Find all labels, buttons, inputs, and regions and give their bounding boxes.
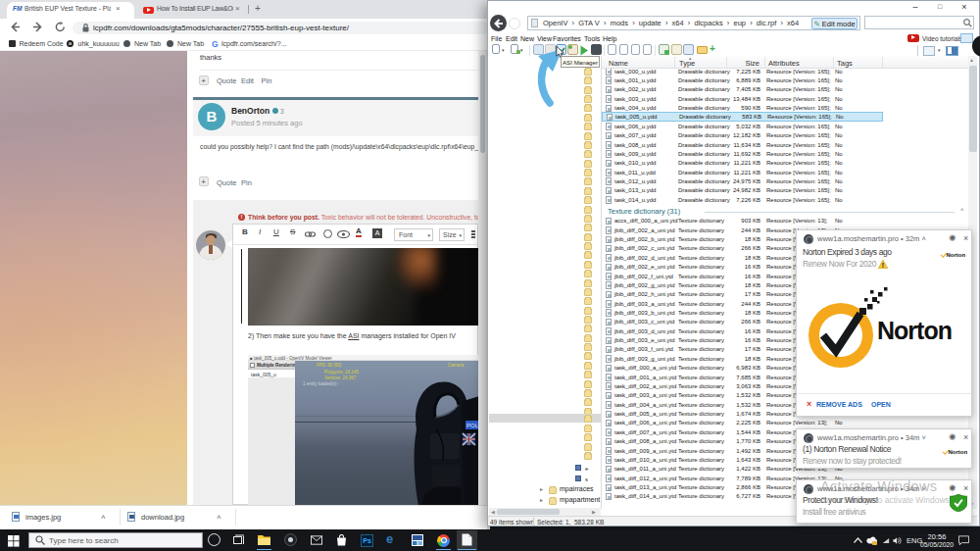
svg-text:POL: POL [466,423,479,428]
svg-text:!: ! [882,262,884,269]
